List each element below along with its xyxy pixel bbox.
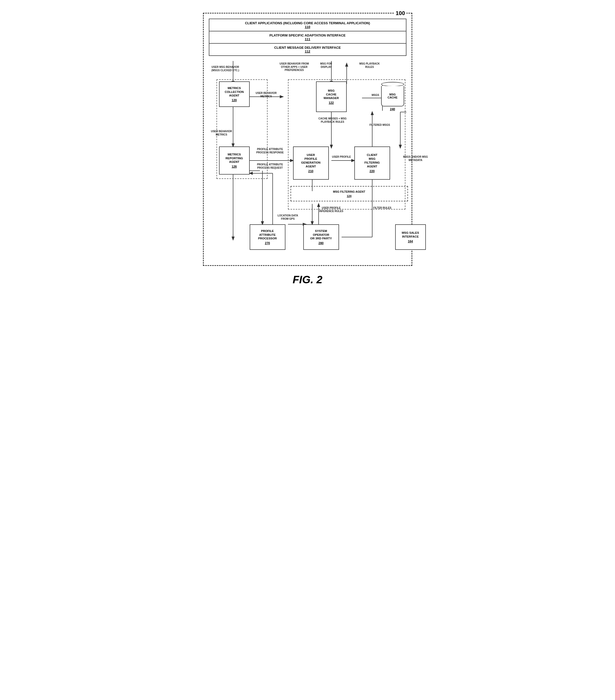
msg-sales-num: 164 — [408, 240, 413, 243]
msgs-label: MSGS — [369, 93, 382, 97]
platform-adaptation-row: PLATFORM SPECIFIC ADAPTATION INTERFACE 1… — [209, 32, 406, 43]
metrics-collection-agent-box: METRICS COLLECTION AGENT 120 — [219, 82, 250, 107]
msg-cache-num: 240 — [390, 108, 395, 111]
client-msg-filtering-box: CLIENT MSG FILTERING AGENT 220 — [354, 147, 390, 180]
user-profile-inference-label: USER PROFILE INFERENCE RULES — [315, 207, 348, 213]
user-profile-gen-num: 210 — [308, 170, 313, 173]
msg-sales-title: MSG SALES INTERFACE — [402, 231, 419, 239]
filter-rules-label: FILTER RULES — [372, 207, 393, 210]
user-behavior-from-other-label: USER BEHAVIOR FROM OTHER APPS + USER PRE… — [278, 62, 311, 72]
profile-attr-proc-box: PROFILE ATTRIBUTE PROCESSOR 270 — [250, 224, 285, 250]
outer-label: 100 — [394, 10, 406, 16]
outer-system-box: 100 CLIENT APPLICATIONS (INCLUDING CORE … — [203, 13, 412, 266]
profile-attr-proc-num: 270 — [265, 241, 270, 245]
location-data-label: LOCATION DATA FROM GPS — [274, 214, 302, 221]
metrics-collection-title: METRICS COLLECTION AGENT — [225, 86, 244, 98]
diagram-area: METRICS COLLECTION AGENT 120 METRICS REP… — [209, 61, 406, 260]
fig-label: FIG. 2 — [203, 274, 412, 286]
profile-attr-response-label: PROFILE ATTRIBUTE PROCESS RESPONSE — [251, 148, 289, 154]
user-behavior-metrics-1-label: USER BEHAVIOR METRICS — [251, 92, 282, 98]
page-container: 100 CLIENT APPLICATIONS (INCLUDING CORE … — [193, 5, 422, 299]
user-profile-gen-box: USER PROFILE GENERATION AGENT 210 — [293, 147, 329, 180]
msg-cache-manager-title: MSG CACHE MANAGER — [324, 89, 339, 100]
client-msg-filtering-num: 220 — [369, 170, 374, 173]
user-profile-label: USER PROFILE — [331, 155, 352, 159]
sys-operator-box: SYSTEM OPERATOR OR 3RD PARTY 280 — [303, 224, 339, 250]
msg-cache-title: MSG CACHE — [386, 93, 399, 99]
client-msg-delivery-row: CLIENT MESSAGE DELIVERY INTERFACE 112 — [209, 43, 406, 55]
user-msg-behavior-label: USER MSG BEHAVIOR (MSGS CLICKED ETC.) — [209, 66, 242, 72]
filtered-msgs-label: FILTERED MSGS — [367, 124, 393, 127]
sys-operator-num: 280 — [318, 241, 323, 245]
sys-operator-title: SYSTEM OPERATOR OR 3RD PARTY — [310, 229, 332, 241]
msg-filtering-agent-num: 124 — [347, 195, 351, 198]
user-behavior-metrics-2-label: USER BEHAVIOR METRICS — [209, 130, 234, 136]
msg-cache-manager-num: 122 — [329, 101, 334, 105]
metrics-reporting-title: METRICS REPORTING AGENT — [225, 153, 243, 164]
msg-filtering-agent-title: MSG FILTERING AGENT — [333, 190, 365, 193]
msg-cache-manager-box: MSG CACHE MANAGER 122 — [316, 82, 347, 112]
msgs-andor-label: MSGS AND/OR MSG METADATA — [403, 155, 428, 162]
client-apps-box: CLIENT APPLICATIONS (INCLUDING CORE ACCE… — [209, 18, 406, 56]
metrics-collection-num: 120 — [232, 99, 237, 102]
client-apps-row1: CLIENT APPLICATIONS (INCLUDING CORE ACCE… — [209, 19, 406, 32]
profile-attr-request-label: PROFILE ATTRIBUTE PROCESS REQUEST — [251, 163, 289, 170]
msg-for-display-label: MSG FOR DISPLAY — [316, 62, 336, 68]
profile-attr-proc-title: PROFILE ATTRIBUTE PROCESSOR — [258, 229, 277, 241]
client-msg-filtering-title: CLIENT MSG FILTERING AGENT — [365, 153, 380, 168]
metrics-reporting-agent-box: METRICS REPORTING AGENT 126 — [219, 147, 250, 175]
msg-filtering-agent-dashed: MSG FILTERING AGENT 124 — [291, 186, 408, 201]
user-profile-gen-title: USER PROFILE GENERATION AGENT — [301, 153, 321, 168]
msg-sales-box: MSG SALES INTERFACE 164 — [395, 224, 426, 250]
cache-misses-label: CACHE MISSES + MSG PLAYBACK RULES — [316, 117, 349, 124]
msg-playback-rules-label: MSG PLAYBACK RULES — [357, 62, 382, 68]
cylinder-body: MSG CACHE — [381, 86, 404, 107]
metrics-reporting-num: 126 — [232, 165, 237, 168]
msg-cache-box: MSG CACHE 240 — [380, 82, 405, 111]
